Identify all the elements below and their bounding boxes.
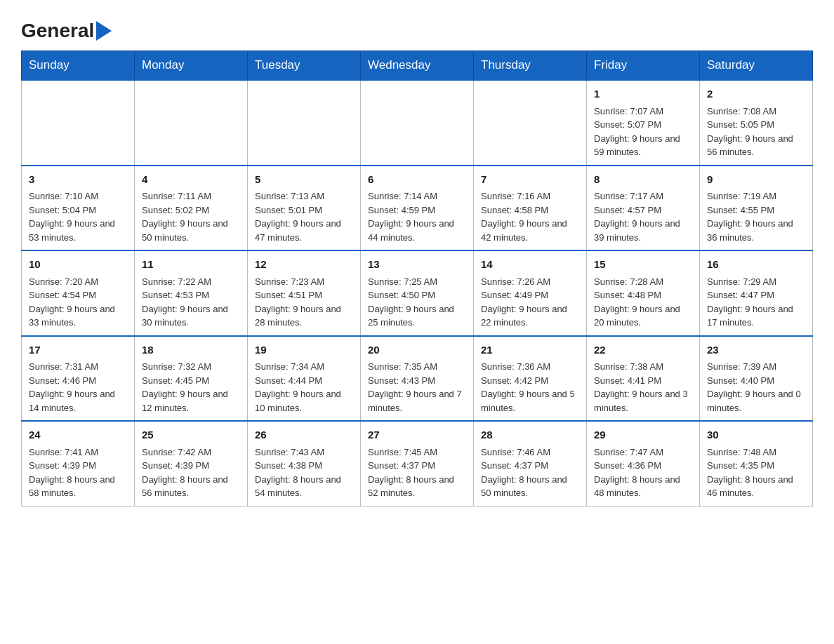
- day-info: Sunset: 4:45 PM: [142, 374, 240, 388]
- calendar-cell: 11Sunrise: 7:22 AMSunset: 4:53 PMDayligh…: [135, 250, 248, 336]
- day-number: 6: [368, 172, 466, 188]
- calendar-cell: 23Sunrise: 7:39 AMSunset: 4:40 PMDayligh…: [700, 336, 813, 422]
- day-info: Daylight: 9 hours and 36 minutes.: [707, 217, 805, 244]
- day-info: Sunset: 4:50 PM: [368, 288, 466, 302]
- day-info: Sunrise: 7:35 AM: [368, 360, 466, 374]
- day-info: Daylight: 9 hours and 22 minutes.: [481, 302, 579, 330]
- day-info: Sunrise: 7:20 AM: [29, 275, 127, 289]
- weekday-header-sunday: Sunday: [22, 51, 135, 81]
- day-number: 10: [29, 257, 127, 273]
- calendar-cell: 20Sunrise: 7:35 AMSunset: 4:43 PMDayligh…: [361, 336, 474, 422]
- day-info: Daylight: 9 hours and 20 minutes.: [594, 302, 692, 330]
- day-number: 30: [707, 427, 805, 443]
- weekday-header-monday: Monday: [135, 51, 248, 81]
- day-info: Sunrise: 7:13 AM: [255, 189, 353, 203]
- day-number: 4: [142, 172, 240, 188]
- day-info: Sunset: 4:44 PM: [255, 374, 353, 388]
- day-info: Sunrise: 7:45 AM: [368, 445, 466, 459]
- calendar-week-row: 17Sunrise: 7:31 AMSunset: 4:46 PMDayligh…: [22, 336, 813, 422]
- day-info: Daylight: 9 hours and 47 minutes.: [255, 217, 353, 244]
- day-number: 1: [594, 86, 692, 102]
- calendar-week-row: 24Sunrise: 7:41 AMSunset: 4:39 PMDayligh…: [22, 421, 813, 506]
- calendar-cell: [474, 80, 587, 166]
- calendar-cell: 10Sunrise: 7:20 AMSunset: 4:54 PMDayligh…: [22, 250, 135, 336]
- day-info: Sunrise: 7:25 AM: [368, 275, 466, 289]
- day-info: Sunset: 4:57 PM: [594, 203, 692, 217]
- day-number: 3: [29, 172, 127, 188]
- day-number: 23: [707, 342, 805, 358]
- day-info: Sunrise: 7:43 AM: [255, 445, 353, 459]
- calendar-cell: 29Sunrise: 7:47 AMSunset: 4:36 PMDayligh…: [587, 421, 700, 506]
- calendar-cell: 19Sunrise: 7:34 AMSunset: 4:44 PMDayligh…: [248, 336, 361, 422]
- day-number: 22: [594, 342, 692, 358]
- calendar-cell: 30Sunrise: 7:48 AMSunset: 4:35 PMDayligh…: [700, 421, 813, 506]
- day-number: 15: [594, 257, 692, 273]
- day-info: Sunrise: 7:22 AM: [142, 275, 240, 289]
- day-number: 26: [255, 427, 353, 443]
- day-info: Daylight: 9 hours and 17 minutes.: [707, 302, 805, 330]
- day-number: 14: [481, 257, 579, 273]
- day-info: Sunset: 4:42 PM: [481, 374, 579, 388]
- weekday-header-thursday: Thursday: [474, 51, 587, 81]
- day-number: 29: [594, 427, 692, 443]
- day-info: Sunset: 4:39 PM: [142, 459, 240, 473]
- day-number: 8: [594, 172, 692, 188]
- weekday-header-row: SundayMondayTuesdayWednesdayThursdayFrid…: [22, 51, 813, 81]
- calendar-cell: 5Sunrise: 7:13 AMSunset: 5:01 PMDaylight…: [248, 166, 361, 251]
- day-number: 5: [255, 172, 353, 188]
- calendar-week-row: 3Sunrise: 7:10 AMSunset: 5:04 PMDaylight…: [22, 166, 813, 251]
- day-info: Daylight: 9 hours and 3 minutes.: [594, 387, 692, 415]
- day-number: 13: [368, 257, 466, 273]
- day-info: Daylight: 8 hours and 46 minutes.: [707, 473, 805, 500]
- day-info: Daylight: 9 hours and 7 minutes.: [368, 387, 466, 415]
- calendar-cell: 2Sunrise: 7:08 AMSunset: 5:05 PMDaylight…: [700, 80, 813, 166]
- day-info: Sunrise: 7:47 AM: [594, 445, 692, 459]
- day-info: Daylight: 8 hours and 50 minutes.: [481, 473, 579, 500]
- day-info: Daylight: 9 hours and 12 minutes.: [142, 387, 240, 415]
- day-info: Daylight: 8 hours and 52 minutes.: [368, 473, 466, 500]
- calendar-cell: 22Sunrise: 7:38 AMSunset: 4:41 PMDayligh…: [587, 336, 700, 422]
- day-info: Sunrise: 7:29 AM: [707, 275, 805, 289]
- day-number: 12: [255, 257, 353, 273]
- calendar-week-row: 1Sunrise: 7:07 AMSunset: 5:07 PMDaylight…: [22, 80, 813, 166]
- day-info: Sunset: 4:54 PM: [29, 288, 127, 302]
- day-info: Sunset: 5:04 PM: [29, 203, 127, 217]
- day-number: 27: [368, 427, 466, 443]
- day-info: Sunset: 4:43 PM: [368, 374, 466, 388]
- day-info: Daylight: 9 hours and 14 minutes.: [29, 387, 127, 415]
- day-info: Daylight: 9 hours and 44 minutes.: [368, 217, 466, 244]
- calendar-cell: [361, 80, 474, 166]
- day-number: 25: [142, 427, 240, 443]
- day-info: Daylight: 9 hours and 33 minutes.: [29, 302, 127, 330]
- day-info: Sunrise: 7:28 AM: [594, 275, 692, 289]
- day-info: Sunrise: 7:36 AM: [481, 360, 579, 374]
- day-info: Daylight: 9 hours and 42 minutes.: [481, 217, 579, 244]
- logo-general-text: General: [21, 20, 94, 42]
- day-info: Sunset: 4:38 PM: [255, 459, 353, 473]
- day-info: Sunrise: 7:32 AM: [142, 360, 240, 374]
- day-number: 7: [481, 172, 579, 188]
- day-info: Sunrise: 7:07 AM: [594, 105, 692, 119]
- calendar-cell: 7Sunrise: 7:16 AMSunset: 4:58 PMDaylight…: [474, 166, 587, 251]
- calendar-table: SundayMondayTuesdayWednesdayThursdayFrid…: [21, 51, 813, 507]
- day-number: 21: [481, 342, 579, 358]
- weekday-header-saturday: Saturday: [700, 51, 813, 81]
- day-number: 24: [29, 427, 127, 443]
- calendar-cell: 16Sunrise: 7:29 AMSunset: 4:47 PMDayligh…: [700, 250, 813, 336]
- day-info: Sunset: 4:47 PM: [707, 288, 805, 302]
- calendar-cell: 12Sunrise: 7:23 AMSunset: 4:51 PMDayligh…: [248, 250, 361, 336]
- day-info: Sunset: 4:37 PM: [481, 459, 579, 473]
- day-info: Daylight: 9 hours and 59 minutes.: [594, 132, 692, 159]
- day-info: Sunset: 4:51 PM: [255, 288, 353, 302]
- day-info: Sunrise: 7:31 AM: [29, 360, 127, 374]
- calendar-cell: 1Sunrise: 7:07 AMSunset: 5:07 PMDaylight…: [587, 80, 700, 166]
- day-info: Sunset: 4:40 PM: [707, 374, 805, 388]
- day-number: 9: [707, 172, 805, 188]
- day-info: Sunset: 4:58 PM: [481, 203, 579, 217]
- day-info: Sunset: 5:02 PM: [142, 203, 240, 217]
- day-number: 18: [142, 342, 240, 358]
- day-info: Sunset: 4:46 PM: [29, 374, 127, 388]
- calendar-cell: 3Sunrise: 7:10 AMSunset: 5:04 PMDaylight…: [22, 166, 135, 251]
- calendar-cell: 26Sunrise: 7:43 AMSunset: 4:38 PMDayligh…: [248, 421, 361, 506]
- day-info: Sunset: 5:07 PM: [594, 118, 692, 132]
